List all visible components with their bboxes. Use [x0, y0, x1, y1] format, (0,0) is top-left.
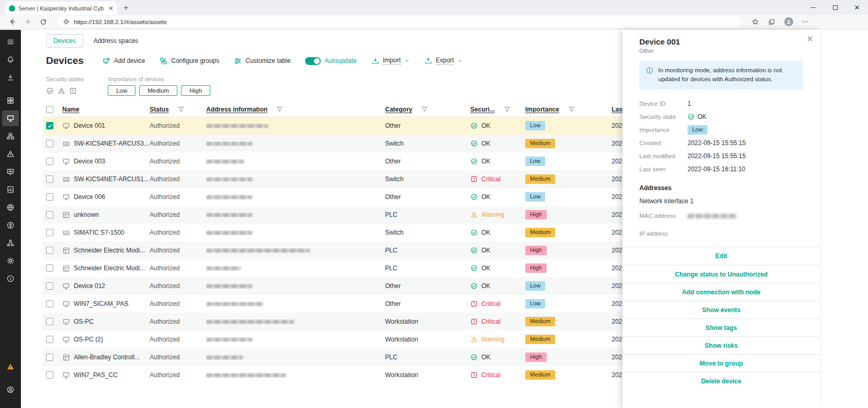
security-state-label: Warning [481, 211, 504, 218]
row-checkbox[interactable] [46, 158, 53, 165]
sidebar-item-alerts[interactable] [2, 146, 19, 162]
window-minimize-button[interactable] [802, 0, 824, 15]
site-info-icon[interactable] [63, 18, 70, 25]
sidebar-item-notifications[interactable] [2, 52, 19, 68]
panel-title: Device 001 [639, 37, 803, 46]
sidebar-item-connections[interactable] [2, 235, 19, 251]
state-warning-filter-icon[interactable] [58, 87, 65, 95]
security-state-label: Warning [481, 336, 504, 343]
panel-action-show-tags[interactable]: Show tags [623, 318, 820, 336]
panel-action-show-events[interactable]: Show events [623, 301, 820, 318]
row-checkbox[interactable] [46, 282, 53, 290]
sidebar-item-tree[interactable] [2, 128, 19, 144]
panel-action-add-connection-with-node[interactable]: Add connection with node [623, 283, 820, 301]
row-checkbox[interactable] [46, 140, 53, 147]
sidebar-item-user[interactable] [2, 382, 19, 398]
add-device-icon [103, 57, 110, 65]
security-state-label: Critical [481, 300, 501, 307]
panel-action-show-risks[interactable]: Show risks [623, 336, 820, 354]
select-all-checkbox[interactable] [46, 106, 53, 113]
row-checkbox[interactable] [46, 175, 53, 183]
device-icon [62, 193, 70, 201]
license-warning-icon [6, 362, 15, 371]
autoupdate-toggle[interactable]: Autoupdate [305, 57, 356, 65]
configure-groups-button[interactable]: Configure groups [160, 57, 219, 65]
sidebar-item-network[interactable] [2, 217, 19, 233]
sidebar-item-globe[interactable] [2, 200, 19, 215]
collections-icon[interactable] [763, 18, 780, 26]
address-bar[interactable]: https://192.168.2.1/#/assets/assets [57, 16, 741, 27]
ok-state-icon [687, 113, 695, 120]
panel-field-last-seen: Last seen2022-09-15 16:11:10 [639, 163, 803, 176]
sidebar-item-events[interactable] [2, 164, 19, 180]
ok-state-icon [470, 247, 478, 254]
customize-table-button[interactable]: Customize table [234, 57, 290, 65]
tab-devices[interactable]: Devices [46, 34, 83, 48]
row-checkbox[interactable] [46, 122, 53, 129]
filter-funnel-icon[interactable] [421, 106, 428, 113]
forward-icon[interactable] [20, 18, 36, 26]
ok-state-icon [470, 354, 478, 361]
browser-menu-icon[interactable] [797, 18, 814, 26]
row-checkbox[interactable] [46, 300, 53, 307]
panel-action-delete-device[interactable]: Delete device [623, 372, 820, 390]
state-critical-filter-icon[interactable] [69, 87, 77, 95]
importance-filter-low[interactable]: Low [108, 85, 136, 96]
refresh-icon[interactable] [36, 18, 51, 26]
sidebar-item-about[interactable] [2, 271, 19, 286]
row-checkbox[interactable] [46, 371, 53, 379]
filter-funnel-icon[interactable] [504, 106, 511, 113]
new-tab-button[interactable]: + [123, 3, 128, 13]
row-checkbox[interactable] [46, 264, 53, 272]
site-favicon-icon [9, 5, 15, 12]
filter-funnel-icon[interactable] [276, 106, 283, 113]
row-checkbox[interactable] [46, 193, 53, 201]
back-icon[interactable] [4, 18, 20, 26]
tab-close-icon[interactable]: ✕ [108, 5, 114, 12]
critical-state-icon [470, 300, 478, 307]
row-checkbox[interactable] [46, 336, 53, 343]
window-close-button[interactable]: ✕ [846, 0, 868, 15]
row-checkbox[interactable] [46, 211, 53, 218]
sidebar-item-license-warning[interactable] [2, 359, 19, 374]
profile-avatar[interactable] [780, 17, 797, 26]
favorites-icon[interactable] [747, 18, 763, 26]
tree-icon [6, 132, 15, 140]
sidebar-item-dashboard[interactable] [2, 93, 19, 108]
device-icon [62, 282, 70, 290]
panel-action-move-to-group[interactable]: Move to group [623, 354, 820, 372]
sidebar-item-reports[interactable] [2, 182, 19, 197]
window-maximize-button[interactable] [824, 0, 846, 15]
ok-state-icon [470, 229, 478, 236]
export-dropdown[interactable]: Export [424, 57, 463, 65]
panel-action-edit[interactable]: Edit [623, 247, 820, 265]
sidebar-item-assets[interactable] [2, 111, 19, 126]
row-checkbox[interactable] [46, 318, 53, 325]
close-icon[interactable] [806, 35, 814, 42]
toggle-on-icon[interactable] [305, 57, 321, 65]
browser-tab[interactable]: Server | Kaspersky Industrial Cyb ✕ [5, 2, 117, 15]
importance-badge: Low [525, 192, 545, 202]
tab-address-spaces[interactable]: Address spaces [92, 35, 140, 47]
sidebar-item-settings[interactable] [2, 253, 19, 269]
redacted-address [206, 213, 252, 217]
sidebar-item-downloads[interactable] [2, 70, 19, 85]
row-checkbox[interactable] [46, 229, 53, 236]
filter-funnel-icon[interactable] [568, 106, 575, 113]
importance-filter-high[interactable]: High [181, 85, 210, 96]
row-checkbox[interactable] [46, 354, 53, 361]
filter-funnel-icon[interactable] [178, 106, 185, 113]
add-device-button[interactable]: Add device [103, 57, 145, 65]
screen: Server | Kaspersky Industrial Cyb ✕ + ✕ … [0, 0, 868, 408]
ok-state-icon [470, 158, 478, 165]
state-ok-filter-icon[interactable] [46, 87, 54, 95]
importance-badge: High [525, 210, 547, 219]
row-checkbox[interactable] [46, 247, 53, 254]
panel-action-change-status-to-unauthorized[interactable]: Change status to Unauthorized [623, 265, 820, 283]
window-controls: ✕ [802, 0, 868, 15]
device-category: PLC [385, 354, 470, 361]
import-dropdown[interactable]: Import [371, 57, 410, 65]
importance-filter-medium[interactable]: Medium [139, 85, 177, 96]
sidebar-item-menu[interactable] [2, 34, 19, 50]
security-state-label: Critical [481, 318, 501, 325]
